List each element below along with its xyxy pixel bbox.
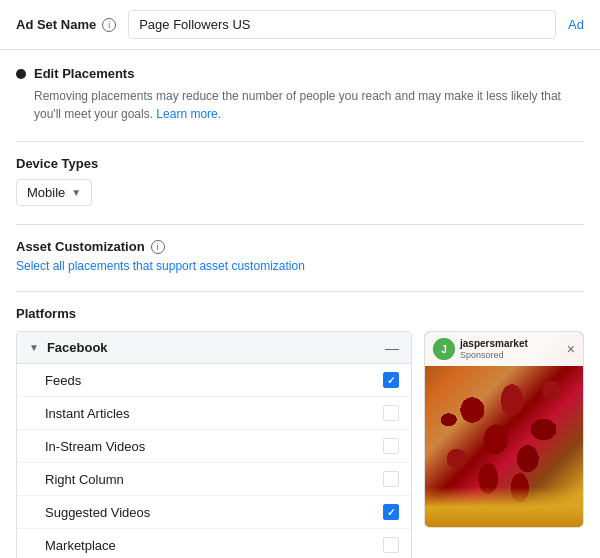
- dropdown-arrow-icon: ▼: [71, 187, 81, 198]
- preview-panel: J jaspersmarket Sponsored ×: [424, 331, 584, 528]
- edit-placements-description: Removing placements may reduce the numbe…: [16, 87, 584, 123]
- platforms-title: Platforms: [16, 306, 584, 321]
- preview-avatar: J: [433, 338, 455, 360]
- placement-suggested-videos-label: Suggested Videos: [45, 505, 150, 520]
- preview-close-icon[interactable]: ×: [567, 342, 575, 356]
- asset-customization-link[interactable]: Select all placements that support asset…: [16, 259, 305, 273]
- learn-more-link[interactable]: Learn more.: [156, 107, 221, 121]
- preview-user-info: jaspersmarket Sponsored: [460, 338, 528, 360]
- preview-image: J jaspersmarket Sponsored ×: [425, 332, 583, 527]
- header-right-link[interactable]: Ad: [568, 17, 584, 32]
- preview-header: J jaspersmarket Sponsored ×: [425, 332, 583, 366]
- divider-1: [16, 141, 584, 142]
- ad-set-name-input[interactable]: [128, 10, 556, 39]
- edit-placements-section: Edit Placements Removing placements may …: [16, 66, 584, 123]
- platforms-section: Platforms ▼ Facebook — Feeds: [16, 306, 584, 558]
- asset-customization-header: Asset Customization i: [16, 239, 584, 254]
- device-types-section: Device Types Mobile ▼: [16, 156, 584, 206]
- placement-right-column-checkbox[interactable]: [383, 471, 399, 487]
- preview-user: J jaspersmarket Sponsored: [433, 338, 528, 360]
- edit-placements-header: Edit Placements: [16, 66, 584, 81]
- preview-username: jaspersmarket: [460, 338, 528, 350]
- placement-instant-articles-checkbox[interactable]: [383, 405, 399, 421]
- ad-set-name-label: Ad Set Name: [16, 17, 96, 32]
- placement-instream-videos: In-Stream Videos: [17, 430, 411, 463]
- asset-customization-info-icon[interactable]: i: [151, 240, 165, 254]
- facebook-platform-header-left: ▼ Facebook: [29, 340, 108, 355]
- placement-marketplace: Marketplace: [17, 529, 411, 558]
- placement-right-column: Right Column: [17, 463, 411, 496]
- device-type-label: Mobile: [27, 185, 65, 200]
- placement-instant-articles: Instant Articles: [17, 397, 411, 430]
- placement-feeds: Feeds: [17, 364, 411, 397]
- device-types-title: Device Types: [16, 156, 584, 171]
- svg-text:J: J: [441, 344, 447, 355]
- asset-customization-section: Asset Customization i Select all placeme…: [16, 239, 584, 273]
- placement-instant-articles-label: Instant Articles: [45, 406, 130, 421]
- placement-suggested-videos: Suggested Videos: [17, 496, 411, 529]
- asset-customization-title: Asset Customization: [16, 239, 145, 254]
- bullet-icon: [16, 69, 26, 79]
- placement-marketplace-label: Marketplace: [45, 538, 116, 553]
- facebook-expand-icon[interactable]: ▼: [29, 342, 39, 353]
- facebook-platform-header: ▼ Facebook —: [17, 332, 411, 364]
- divider-3: [16, 291, 584, 292]
- header-row: Ad Set Name i Ad: [0, 0, 600, 50]
- facebook-platform-panel: ▼ Facebook — Feeds Instant Articles: [16, 331, 412, 558]
- divider-2: [16, 224, 584, 225]
- placement-right-column-label: Right Column: [45, 472, 124, 487]
- preview-sponsored: Sponsored: [460, 350, 528, 360]
- placement-feeds-checkbox[interactable]: [383, 372, 399, 388]
- main-content: Edit Placements Removing placements may …: [0, 50, 600, 558]
- placement-marketplace-checkbox[interactable]: [383, 537, 399, 553]
- placement-instream-videos-checkbox[interactable]: [383, 438, 399, 454]
- placement-instream-videos-label: In-Stream Videos: [45, 439, 145, 454]
- edit-placements-title: Edit Placements: [34, 66, 134, 81]
- facebook-collapse-icon[interactable]: —: [385, 341, 399, 355]
- ad-set-name-info-icon[interactable]: i: [102, 18, 116, 32]
- platforms-content: ▼ Facebook — Feeds Instant Articles: [16, 331, 584, 558]
- facebook-platform-name: Facebook: [47, 340, 108, 355]
- placement-suggested-videos-checkbox[interactable]: [383, 504, 399, 520]
- placement-feeds-label: Feeds: [45, 373, 81, 388]
- device-type-dropdown[interactable]: Mobile ▼: [16, 179, 92, 206]
